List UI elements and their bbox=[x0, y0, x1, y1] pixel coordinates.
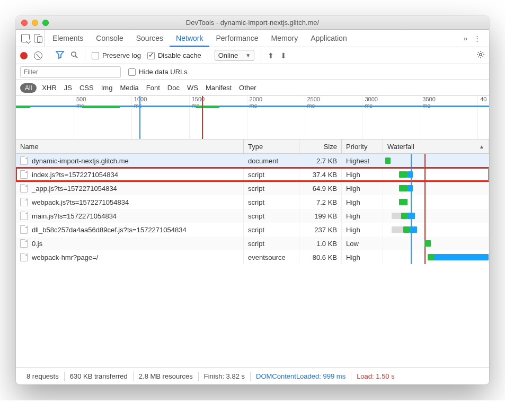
type-filter-doc[interactable]: Doc bbox=[167, 84, 180, 92]
table-row[interactable]: 0.jsscript1.0 KBLow bbox=[16, 237, 489, 250]
tab-network[interactable]: Network bbox=[170, 30, 209, 47]
status-requests: 8 requests bbox=[21, 372, 64, 380]
type-filter-font[interactable]: Font bbox=[146, 84, 160, 92]
timeline-tick: 40 bbox=[480, 96, 486, 102]
download-har-icon[interactable]: ⬇ bbox=[280, 51, 287, 60]
request-priority: High bbox=[342, 168, 383, 181]
col-header-priority[interactable]: Priority bbox=[342, 139, 383, 153]
type-filter-css[interactable]: CSS bbox=[79, 84, 94, 92]
titlebar: DevTools - dynamic-import-nextjs.glitch.… bbox=[16, 16, 489, 30]
status-load: Load: 1.50 s bbox=[351, 372, 400, 380]
request-priority: High bbox=[342, 195, 383, 209]
tab-console[interactable]: Console bbox=[90, 30, 129, 47]
request-size: 1.0 KB bbox=[299, 237, 342, 250]
preserve-log-checkbox[interactable]: Preserve log bbox=[92, 51, 141, 59]
table-row[interactable]: webpack-hmr?page=/eventsource80.6 KBHigh bbox=[16, 250, 489, 264]
disable-cache-checkbox[interactable]: Disable cache bbox=[147, 51, 201, 59]
col-header-size[interactable]: Size bbox=[299, 139, 342, 153]
file-icon bbox=[20, 198, 28, 206]
table-row[interactable]: _app.js?ts=1572271054834script64.9 KBHig… bbox=[16, 181, 489, 195]
request-type: script bbox=[244, 195, 299, 209]
minimize-button[interactable] bbox=[32, 20, 38, 26]
kebab-menu-icon[interactable]: ⋮ bbox=[474, 34, 481, 42]
request-type: script bbox=[244, 209, 299, 223]
request-priority: High bbox=[342, 209, 383, 223]
filter-bar: Hide data URLs bbox=[16, 64, 489, 80]
maximize-button[interactable] bbox=[42, 20, 49, 26]
request-type: eventsource bbox=[244, 250, 299, 264]
device-toggle-icon[interactable] bbox=[34, 34, 40, 42]
type-filter-js[interactable]: JS bbox=[64, 84, 72, 92]
request-waterfall bbox=[383, 181, 489, 195]
col-header-name[interactable]: Name bbox=[16, 139, 244, 153]
type-filter-other[interactable]: Other bbox=[239, 84, 256, 92]
window-title: DevTools - dynamic-import-nextjs.glitch.… bbox=[16, 19, 489, 27]
request-name: index.js?ts=1572271054834 bbox=[32, 171, 118, 179]
tab-sources[interactable]: Sources bbox=[130, 30, 170, 47]
request-name: dll_b58c257da4aa56d89cef.js?ts=157227105… bbox=[32, 226, 187, 234]
window-controls bbox=[16, 20, 49, 26]
file-icon bbox=[20, 239, 28, 248]
type-filter-ws[interactable]: WS bbox=[187, 84, 198, 92]
tabs-overflow[interactable]: » bbox=[464, 34, 467, 42]
request-waterfall bbox=[383, 195, 489, 209]
request-waterfall bbox=[383, 250, 489, 264]
type-filter-manifest[interactable]: Manifest bbox=[206, 84, 232, 92]
file-icon bbox=[20, 170, 28, 179]
grid-header: Name Type Size Priority Waterfall ▲ bbox=[16, 139, 489, 154]
tab-memory[interactable]: Memory bbox=[265, 30, 305, 47]
hide-data-urls-checkbox[interactable]: Hide data URLs bbox=[128, 68, 188, 76]
table-row[interactable]: dynamic-import-nextjs.glitch.medocument2… bbox=[16, 154, 489, 168]
chevron-down-icon: ▼ bbox=[245, 52, 251, 58]
tab-elements[interactable]: Elements bbox=[46, 30, 90, 47]
request-size: 80.6 KB bbox=[299, 250, 342, 264]
settings-gear-icon[interactable] bbox=[476, 50, 485, 60]
request-name: _app.js?ts=1572271054834 bbox=[32, 185, 117, 192]
close-button[interactable] bbox=[21, 20, 28, 26]
request-name: main.js?ts=1572271054834 bbox=[32, 212, 117, 220]
request-type: script bbox=[244, 168, 299, 181]
table-row[interactable]: main.js?ts=1572271054834script199 KBHigh bbox=[16, 209, 489, 223]
request-type: document bbox=[244, 154, 299, 168]
clear-button[interactable] bbox=[34, 51, 42, 60]
request-waterfall bbox=[383, 223, 489, 237]
filter-input[interactable] bbox=[20, 66, 121, 78]
file-icon bbox=[20, 225, 28, 234]
request-size: 199 KB bbox=[299, 209, 342, 223]
status-finish: Finish: 3.82 s bbox=[199, 372, 250, 380]
record-button[interactable] bbox=[20, 52, 28, 59]
svg-point-0 bbox=[72, 51, 76, 56]
table-row[interactable]: webpack.js?ts=1572271054834script7.2 KBH… bbox=[16, 195, 489, 209]
request-size: 2.7 KB bbox=[299, 154, 342, 168]
table-row[interactable]: dll_b58c257da4aa56d89cef.js?ts=157227105… bbox=[16, 223, 489, 237]
svg-point-2 bbox=[480, 54, 482, 56]
table-row[interactable]: index.js?ts=1572271054834script37.4 KBHi… bbox=[16, 168, 489, 181]
request-priority: High bbox=[342, 181, 383, 195]
request-waterfall bbox=[383, 154, 489, 168]
request-size: 237 KB bbox=[299, 223, 342, 237]
type-filter-row: All XHRJSCSSImgMediaFontDocWSManifestOth… bbox=[16, 80, 489, 96]
request-type: script bbox=[244, 237, 299, 250]
tab-application[interactable]: Application bbox=[304, 30, 353, 47]
type-filter-all[interactable]: All bbox=[20, 83, 37, 93]
col-header-waterfall[interactable]: Waterfall ▲ bbox=[383, 139, 489, 153]
col-header-type[interactable]: Type bbox=[244, 139, 299, 153]
status-resources: 2.8 MB resources bbox=[134, 372, 198, 380]
request-waterfall bbox=[383, 209, 489, 223]
type-filter-media[interactable]: Media bbox=[120, 84, 138, 92]
inspect-icon[interactable] bbox=[21, 34, 30, 42]
request-priority: Highest bbox=[342, 154, 383, 168]
type-filter-xhr[interactable]: XHR bbox=[42, 84, 56, 92]
request-name: 0.js bbox=[32, 240, 42, 248]
requests-grid: Name Type Size Priority Waterfall ▲ dyna… bbox=[16, 139, 489, 368]
file-icon bbox=[20, 212, 28, 220]
overview-timeline[interactable]: 500 ms1000 ms1500 ms2000 ms2500 ms3000 m… bbox=[16, 96, 489, 139]
request-size: 37.4 KB bbox=[299, 168, 342, 181]
upload-har-icon[interactable]: ⬆ bbox=[268, 51, 274, 60]
tab-performance[interactable]: Performance bbox=[209, 30, 264, 47]
type-filter-img[interactable]: Img bbox=[101, 84, 113, 92]
request-priority: High bbox=[342, 250, 383, 264]
throttling-select[interactable]: Online▼ bbox=[215, 50, 254, 61]
filter-toggle-icon[interactable] bbox=[56, 50, 64, 60]
search-icon[interactable] bbox=[70, 51, 78, 60]
